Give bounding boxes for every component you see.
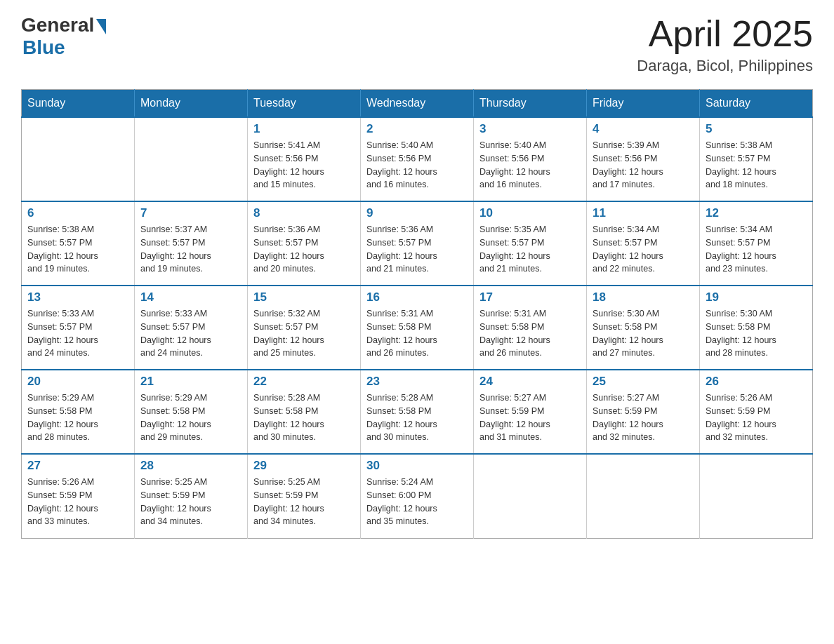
logo: General Blue <box>21 14 106 59</box>
day-info: Sunrise: 5:38 AM Sunset: 5:57 PM Dayligh… <box>27 223 128 276</box>
calendar-cell: 24Sunrise: 5:27 AM Sunset: 5:59 PM Dayli… <box>474 370 587 454</box>
day-number: 16 <box>366 290 468 304</box>
calendar-cell: 16Sunrise: 5:31 AM Sunset: 5:58 PM Dayli… <box>361 286 474 370</box>
day-info: Sunrise: 5:28 AM Sunset: 5:58 PM Dayligh… <box>253 391 355 444</box>
day-info: Sunrise: 5:26 AM Sunset: 5:59 PM Dayligh… <box>27 476 128 528</box>
calendar-cell: 28Sunrise: 5:25 AM Sunset: 5:59 PM Dayli… <box>135 454 248 538</box>
location-title: Daraga, Bicol, Philippines <box>637 57 813 75</box>
calendar-cell: 26Sunrise: 5:26 AM Sunset: 5:59 PM Dayli… <box>700 370 813 454</box>
calendar-cell: 6Sunrise: 5:38 AM Sunset: 5:57 PM Daylig… <box>22 201 135 286</box>
day-number: 6 <box>27 206 128 220</box>
weekday-header-thursday: Thursday <box>474 90 587 118</box>
day-info: Sunrise: 5:36 AM Sunset: 5:57 PM Dayligh… <box>366 223 468 276</box>
day-info: Sunrise: 5:25 AM Sunset: 5:59 PM Dayligh… <box>253 476 355 528</box>
calendar-week-row-2: 6Sunrise: 5:38 AM Sunset: 5:57 PM Daylig… <box>22 201 813 286</box>
weekday-header-tuesday: Tuesday <box>248 90 361 118</box>
day-info: Sunrise: 5:30 AM Sunset: 5:58 PM Dayligh… <box>593 307 694 360</box>
day-number: 5 <box>706 122 807 136</box>
calendar-cell: 15Sunrise: 5:32 AM Sunset: 5:57 PM Dayli… <box>248 286 361 370</box>
day-info: Sunrise: 5:34 AM Sunset: 5:57 PM Dayligh… <box>593 223 694 276</box>
logo-general-text: General <box>21 14 94 36</box>
day-info: Sunrise: 5:32 AM Sunset: 5:57 PM Dayligh… <box>253 307 355 360</box>
day-number: 28 <box>140 459 241 473</box>
day-number: 10 <box>479 206 581 220</box>
day-info: Sunrise: 5:25 AM Sunset: 5:59 PM Dayligh… <box>140 476 241 528</box>
day-number: 19 <box>706 290 807 304</box>
calendar-cell: 9Sunrise: 5:36 AM Sunset: 5:57 PM Daylig… <box>361 201 474 286</box>
day-info: Sunrise: 5:31 AM Sunset: 5:58 PM Dayligh… <box>479 307 581 360</box>
calendar-cell <box>474 454 587 538</box>
calendar-cell: 4Sunrise: 5:39 AM Sunset: 5:56 PM Daylig… <box>587 117 700 201</box>
calendar-cell: 10Sunrise: 5:35 AM Sunset: 5:57 PM Dayli… <box>474 201 587 286</box>
calendar-cell: 14Sunrise: 5:33 AM Sunset: 5:57 PM Dayli… <box>135 286 248 370</box>
day-number: 20 <box>27 375 128 389</box>
calendar-cell: 27Sunrise: 5:26 AM Sunset: 5:59 PM Dayli… <box>22 454 135 538</box>
day-info: Sunrise: 5:39 AM Sunset: 5:56 PM Dayligh… <box>593 139 694 192</box>
day-number: 30 <box>366 459 468 473</box>
calendar-week-row-1: 1Sunrise: 5:41 AM Sunset: 5:56 PM Daylig… <box>22 117 813 201</box>
day-info: Sunrise: 5:29 AM Sunset: 5:58 PM Dayligh… <box>140 391 241 444</box>
day-info: Sunrise: 5:30 AM Sunset: 5:58 PM Dayligh… <box>706 307 807 360</box>
day-number: 9 <box>366 206 468 220</box>
weekday-header-row: SundayMondayTuesdayWednesdayThursdayFrid… <box>22 90 813 118</box>
calendar-week-row-5: 27Sunrise: 5:26 AM Sunset: 5:59 PM Dayli… <box>22 454 813 538</box>
day-info: Sunrise: 5:40 AM Sunset: 5:56 PM Dayligh… <box>366 139 468 192</box>
calendar-cell: 30Sunrise: 5:24 AM Sunset: 6:00 PM Dayli… <box>361 454 474 538</box>
day-info: Sunrise: 5:29 AM Sunset: 5:58 PM Dayligh… <box>27 391 128 444</box>
weekday-header-friday: Friday <box>587 90 700 118</box>
month-title: April 2025 <box>637 14 813 54</box>
day-number: 12 <box>706 206 807 220</box>
day-info: Sunrise: 5:41 AM Sunset: 5:56 PM Dayligh… <box>253 139 355 192</box>
calendar-week-row-3: 13Sunrise: 5:33 AM Sunset: 5:57 PM Dayli… <box>22 286 813 370</box>
day-number: 13 <box>27 290 128 304</box>
calendar-cell: 22Sunrise: 5:28 AM Sunset: 5:58 PM Dayli… <box>248 370 361 454</box>
day-info: Sunrise: 5:34 AM Sunset: 5:57 PM Dayligh… <box>706 223 807 276</box>
logo-arrow-icon <box>96 19 106 34</box>
day-info: Sunrise: 5:38 AM Sunset: 5:57 PM Dayligh… <box>706 139 807 192</box>
day-info: Sunrise: 5:27 AM Sunset: 5:59 PM Dayligh… <box>479 391 581 444</box>
calendar-cell: 18Sunrise: 5:30 AM Sunset: 5:58 PM Dayli… <box>587 286 700 370</box>
calendar-cell: 12Sunrise: 5:34 AM Sunset: 5:57 PM Dayli… <box>700 201 813 286</box>
logo-blue-text: Blue <box>22 36 65 59</box>
weekday-header-saturday: Saturday <box>700 90 813 118</box>
day-info: Sunrise: 5:24 AM Sunset: 6:00 PM Dayligh… <box>366 476 468 528</box>
title-section: April 2025 Daraga, Bicol, Philippines <box>637 14 813 75</box>
calendar-cell: 1Sunrise: 5:41 AM Sunset: 5:56 PM Daylig… <box>248 117 361 201</box>
day-info: Sunrise: 5:37 AM Sunset: 5:57 PM Dayligh… <box>140 223 241 276</box>
day-info: Sunrise: 5:31 AM Sunset: 5:58 PM Dayligh… <box>366 307 468 360</box>
day-info: Sunrise: 5:28 AM Sunset: 5:58 PM Dayligh… <box>366 391 468 444</box>
calendar-cell: 25Sunrise: 5:27 AM Sunset: 5:59 PM Dayli… <box>587 370 700 454</box>
day-number: 14 <box>140 290 241 304</box>
calendar-cell: 29Sunrise: 5:25 AM Sunset: 5:59 PM Dayli… <box>248 454 361 538</box>
day-info: Sunrise: 5:36 AM Sunset: 5:57 PM Dayligh… <box>253 223 355 276</box>
day-number: 2 <box>366 122 468 136</box>
calendar-cell: 8Sunrise: 5:36 AM Sunset: 5:57 PM Daylig… <box>248 201 361 286</box>
day-number: 26 <box>706 375 807 389</box>
calendar-cell <box>22 117 135 201</box>
day-number: 25 <box>593 375 694 389</box>
calendar-cell: 3Sunrise: 5:40 AM Sunset: 5:56 PM Daylig… <box>474 117 587 201</box>
calendar-table: SundayMondayTuesdayWednesdayThursdayFrid… <box>21 89 813 539</box>
calendar-week-row-4: 20Sunrise: 5:29 AM Sunset: 5:58 PM Dayli… <box>22 370 813 454</box>
calendar-cell: 2Sunrise: 5:40 AM Sunset: 5:56 PM Daylig… <box>361 117 474 201</box>
day-number: 8 <box>253 206 355 220</box>
calendar-cell: 23Sunrise: 5:28 AM Sunset: 5:58 PM Dayli… <box>361 370 474 454</box>
calendar-cell: 13Sunrise: 5:33 AM Sunset: 5:57 PM Dayli… <box>22 286 135 370</box>
weekday-header-sunday: Sunday <box>22 90 135 118</box>
day-number: 23 <box>366 375 468 389</box>
day-number: 11 <box>593 206 694 220</box>
day-info: Sunrise: 5:33 AM Sunset: 5:57 PM Dayligh… <box>27 307 128 360</box>
weekday-header-wednesday: Wednesday <box>361 90 474 118</box>
weekday-header-monday: Monday <box>135 90 248 118</box>
day-number: 22 <box>253 375 355 389</box>
calendar-cell: 21Sunrise: 5:29 AM Sunset: 5:58 PM Dayli… <box>135 370 248 454</box>
day-number: 27 <box>27 459 128 473</box>
day-number: 24 <box>479 375 581 389</box>
day-number: 1 <box>253 122 355 136</box>
calendar-cell: 19Sunrise: 5:30 AM Sunset: 5:58 PM Dayli… <box>700 286 813 370</box>
day-number: 18 <box>593 290 694 304</box>
calendar-cell: 7Sunrise: 5:37 AM Sunset: 5:57 PM Daylig… <box>135 201 248 286</box>
day-number: 17 <box>479 290 581 304</box>
day-number: 21 <box>140 375 241 389</box>
calendar-cell: 20Sunrise: 5:29 AM Sunset: 5:58 PM Dayli… <box>22 370 135 454</box>
